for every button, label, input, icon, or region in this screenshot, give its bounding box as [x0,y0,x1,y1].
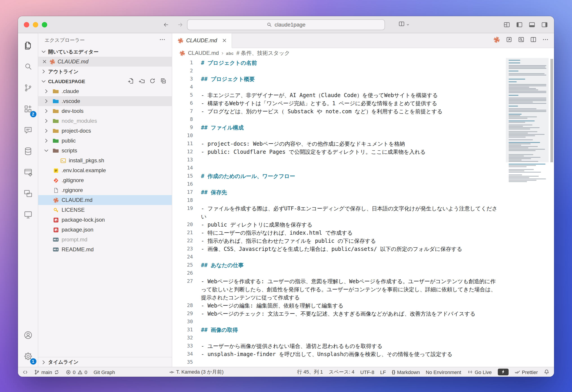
line-text[interactable]: # プロジェクトの名前 [193,59,506,67]
line-text[interactable] [193,334,506,342]
claude-code-icon[interactable] [493,36,500,45]
minimap-slider[interactable] [506,58,549,162]
thunder-client-button[interactable] [498,369,508,375]
refresh-explorer-icon[interactable] [149,78,156,85]
line-text[interactable]: - 画像、CSS、Javascriptなどを生成した場合は、public/ass… [193,245,506,253]
blame-status[interactable]: T. Kameda (3 か月前) [169,369,224,375]
language-status[interactable]: {} Markdown [392,369,420,375]
tree-folder-.vscode[interactable]: .vscode [38,96,172,106]
split-editor-icon[interactable] [530,36,537,45]
line-text[interactable] [193,180,506,188]
tab-claude-md[interactable]: CLAUDE.md [172,33,232,48]
code-line-19[interactable]: 19- ファイルを作成する際は、必ずUTF-8エンコーディングで保存し、日本語の… [172,204,506,221]
line-text[interactable]: - 特にユーザーの指示がなければ、index.html で作成する [193,229,506,237]
code-line-3[interactable]: 3## プロジェクト概要 [172,75,506,83]
code-line-34[interactable]: 34- unsplash-image-finder を呼び出して、Unsplas… [172,350,506,358]
minimap[interactable] [506,58,549,367]
prettier-status[interactable]: Prettier [514,369,538,375]
code-line-6[interactable]: 6- 構築するWebサイトは「ワンページ完結」とする。1 ページに必要な情報をま… [172,99,506,108]
indentation-status[interactable]: スペース: 4 [329,369,354,375]
tree-file-CLAUDE.md[interactable]: CLAUDE.md [38,195,172,205]
titlebar[interactable]: claude1page [18,16,554,33]
close-window-button[interactable] [24,22,29,27]
code-line-1[interactable]: 1# プロジェクトの名前 [172,59,506,67]
line-text[interactable]: - Webページを作成する: ユーザーの指示、意図を理解し、Webページを作成す… [193,277,506,302]
toggle-panel-icon[interactable] [529,22,535,28]
manage-icon[interactable]: 1 [18,346,38,367]
tree-file-package.json[interactable]: package.json [38,225,172,235]
line-text[interactable]: ## 画像の取得 [193,326,506,334]
encoding-status[interactable]: UTF-8 [360,369,374,375]
line-text[interactable]: - Webページのチェック: 文法エラー、不要な記述、大きすぎる画像などがあれば… [193,310,506,318]
code-line-14[interactable]: 14 [172,164,506,172]
minimize-window-button[interactable] [33,22,38,27]
line-text[interactable] [193,67,506,75]
new-split-editor-button[interactable] [398,16,410,33]
tree-folder-dev-tools[interactable]: dev-tools [38,106,172,116]
go-live-button[interactable]: Go Live [467,369,492,375]
command-center-search[interactable]: claude1page [187,19,385,30]
code-line-25[interactable]: 25## あなたの仕事 [172,261,506,269]
code-line-8[interactable]: 8 [172,115,506,124]
toggle-primary-sidebar-icon[interactable] [516,22,523,28]
tree-file-install_pkgs.sh[interactable]: install_pkgs.sh [38,156,172,165]
code-line-35[interactable]: 35 [172,358,506,366]
line-text[interactable]: - unsplash-image-finder を呼び出して、Unsplashの… [193,350,506,358]
code-line-30[interactable]: 30 [172,318,506,326]
more-actions-icon[interactable] [542,36,549,45]
settings-sync-icon[interactable] [18,162,38,183]
editor-scrollbar[interactable] [549,58,554,367]
open-preview-icon[interactable] [518,36,524,45]
code-line-33[interactable]: 33- ユーザーから画像が提供されない場合、適切と思われるものを取得する [172,342,506,350]
tree-file-.rgignore[interactable]: .rgignore [38,185,172,195]
accounts-icon[interactable] [18,325,38,346]
open-editor-claude-md[interactable]: CLAUDE.md [38,57,172,66]
code-line-29[interactable]: 29- Webページのチェック: 文法エラー、不要な記述、大きすぎる画像などがあ… [172,310,506,318]
customize-layout-icon[interactable] [504,22,510,28]
code-line-26[interactable]: 26 [172,269,506,277]
code-area[interactable]: 1# プロジェクトの名前23## プロジェクト概要45- 非エンジニア、非デザイ… [172,58,506,367]
scrollbar-thumb[interactable] [550,59,553,162]
search-icon[interactable] [18,56,38,77]
breadcrumb-file[interactable]: CLAUDE.md [188,50,219,56]
new-folder-icon[interactable] [139,78,145,85]
tree-folder-public[interactable]: public [38,136,172,146]
tree-file-prompt.md[interactable]: prompt.md [38,235,172,245]
code-line-11[interactable]: 11- project-docs: Webページの内容や、その他作成に必要なドキ… [172,140,506,148]
collapse-folders-icon[interactable] [160,78,166,85]
code-line-7[interactable]: 7- ブログなどは、別のサービス（ Substack や note.com など… [172,108,506,115]
problems-status[interactable]: 0 0 [66,369,87,375]
tree-file-.env.local.example[interactable]: .env.local.example [38,165,172,175]
line-text[interactable]: - public: Cloudflare Pages で公開設定をするディレクト… [193,148,506,156]
tree-file-.gitignore[interactable]: .gitignore [38,175,172,185]
live-preview-icon[interactable] [18,204,38,225]
line-text[interactable] [193,318,506,326]
line-text[interactable] [193,358,506,366]
open-changes-icon[interactable] [506,36,512,45]
line-text[interactable] [193,156,506,164]
code-line-24[interactable]: 24 [172,253,506,261]
line-text[interactable] [193,132,506,140]
code-line-36[interactable]: 36## 画像の最適化について [172,366,506,367]
tree-file-package-lock.json[interactable]: package-lock.json [38,215,172,225]
line-text[interactable]: - ブログなどは、別のサービス（ Substack や note.com など）… [193,108,506,115]
chat-icon[interactable] [18,120,38,141]
close-tab-icon[interactable] [222,38,227,43]
git-graph-button[interactable]: Git Graph [94,369,115,375]
database-icon[interactable] [18,141,38,162]
toggle-secondary-sidebar-icon[interactable] [541,22,548,28]
tree-file-README.md[interactable]: README.md [38,245,172,254]
zoom-window-button[interactable] [42,22,47,27]
section-project[interactable]: CLAUDE1PAGE [38,77,172,86]
section-open-editors[interactable]: 開いているエディター [38,47,172,57]
code-line-18[interactable]: 18 [172,196,506,204]
code-line-2[interactable]: 2 [172,67,506,75]
remote-explorer-icon[interactable] [18,183,38,204]
code-line-20[interactable]: 20- public ディレクトリに成果物を保存する [172,221,506,229]
close-icon[interactable] [42,59,47,64]
code-line-16[interactable]: 16 [172,180,506,188]
code-line-13[interactable]: 13 [172,156,506,164]
code-line-21[interactable]: 21- 特にユーザーの指示がなければ、index.html で作成する [172,229,506,237]
code-line-17[interactable]: 17## 保存先 [172,188,506,196]
section-outline[interactable]: アウトライン [38,66,172,77]
